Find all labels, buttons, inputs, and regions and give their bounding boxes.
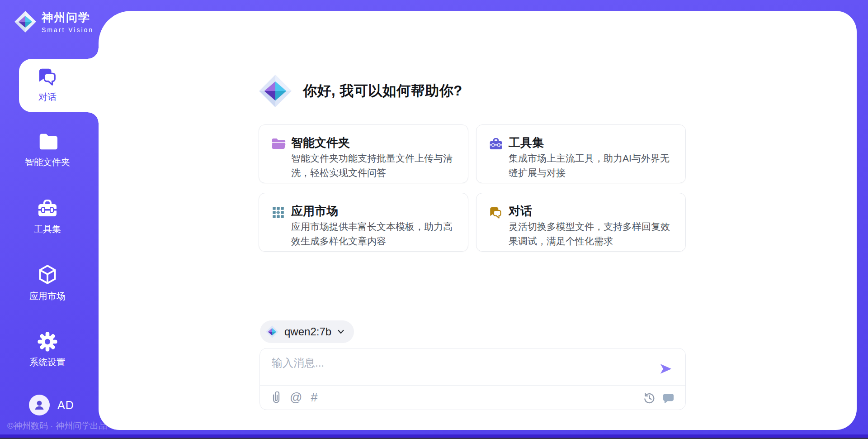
greeting-text: 你好, 我可以如何帮助你?: [303, 81, 462, 100]
message-composer: @ #: [259, 348, 686, 410]
cube-icon: [36, 263, 59, 286]
card-smart-folder[interactable]: 智能文件夹 智能文件夹功能支持批量文件上传与清洗，轻松实现文件问答: [259, 124, 468, 183]
card-description: 集成市场上主流工具，助力AI与外界无缝扩展与对接: [509, 151, 676, 180]
diamond-logo-icon: [14, 10, 37, 33]
folder-open-icon: [271, 137, 286, 151]
card-chat[interactable]: 对话 灵活切换多模型文件，支持多样回复效果调试，满足个性化需求: [476, 193, 686, 252]
card-toolset[interactable]: 工具集 集成市场上主流工具，助力AI与外界无缝扩展与对接: [476, 124, 686, 183]
grid-icon: [271, 205, 285, 220]
sidebar-item-label: 智能文件夹: [25, 156, 70, 168]
diamond-logo-icon: [258, 73, 293, 109]
sidebar-item-settings[interactable]: 系统设置: [0, 331, 95, 368]
brand-name-en: Smart Vision: [42, 26, 94, 33]
brand-logo: 神州问学 Smart Vision: [14, 10, 94, 33]
bottom-strip: [0, 434, 868, 438]
sidebar-item-label: 对话: [38, 91, 57, 103]
chat-icon: [489, 205, 503, 220]
copyright-text: ©神州数码 · 神州问学出品: [7, 420, 107, 432]
sidebar-item-toolset[interactable]: 工具集: [0, 198, 95, 235]
toolbox-icon: [489, 137, 503, 151]
gear-icon: [37, 331, 58, 352]
card-title: 智能文件夹: [291, 135, 350, 151]
card-description: 应用市场提供丰富长文本模板，助力高效生成多样化文章内容: [291, 220, 459, 248]
send-icon[interactable]: [658, 362, 674, 376]
greeting: 你好, 我可以如何帮助你?: [258, 73, 462, 109]
brand-name-cn: 神州问学: [42, 10, 94, 25]
app-window: 神州问学 Smart Vision 对话 智能文件夹 工具集: [0, 0, 868, 439]
history-icon[interactable]: [643, 392, 655, 404]
card-description: 灵活切换多模型文件，支持多样回复效果调试，满足个性化需求: [509, 220, 676, 248]
model-name: qwen2:7b: [284, 325, 331, 338]
main-content: 你好, 我可以如何帮助你? 智能文件夹 智能文件夹功能支持批量文件上传与清洗，轻…: [99, 11, 857, 430]
sidebar-item-label: 工具集: [34, 223, 61, 235]
card-description: 智能文件夹功能支持批量文件上传与清洗，轻松实现文件问答: [291, 151, 459, 180]
card-title: 应用市场: [291, 203, 338, 219]
hashtag-icon[interactable]: #: [311, 391, 317, 404]
folder-icon: [37, 132, 58, 152]
composer-divider: [260, 385, 685, 386]
toolbox-icon: [37, 198, 58, 219]
sidebar-item-smart-folder[interactable]: 智能文件夹: [0, 132, 95, 168]
sidebar-item-app-market[interactable]: 应用市场: [0, 263, 95, 302]
card-app-market[interactable]: 应用市场 应用市场提供丰富长文本模板，助力高效生成多样化文章内容: [259, 193, 468, 252]
avatar: [29, 395, 50, 415]
sidebar-item-chat[interactable]: 对话: [0, 66, 95, 103]
user-initials: AD: [57, 399, 74, 412]
diamond-logo-icon: [265, 325, 279, 339]
person-icon: [33, 399, 46, 411]
attachment-icon[interactable]: [271, 391, 281, 404]
card-title: 对话: [509, 203, 532, 219]
sidebar-item-label: 系统设置: [29, 356, 66, 368]
user-account[interactable]: AD: [29, 395, 74, 415]
chevron-down-icon: [337, 328, 345, 336]
feedback-bubble-icon[interactable]: [663, 392, 674, 403]
chat-icon: [37, 66, 58, 87]
sidebar-item-label: 应用市场: [29, 290, 66, 302]
model-selector[interactable]: qwen2:7b: [260, 320, 354, 343]
mention-icon[interactable]: @: [290, 391, 302, 404]
card-title: 工具集: [509, 135, 544, 151]
message-input[interactable]: [272, 356, 642, 381]
